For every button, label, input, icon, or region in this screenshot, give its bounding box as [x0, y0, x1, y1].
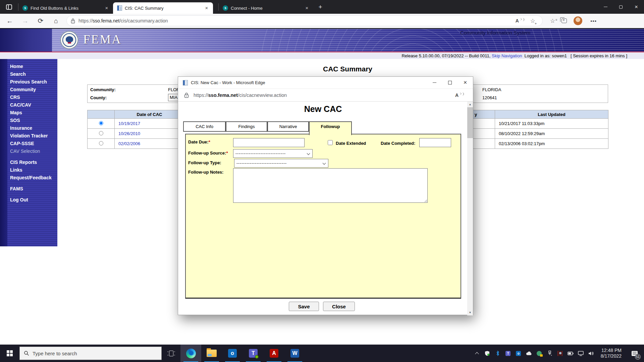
sidebar-item-search[interactable]: Search: [10, 71, 52, 77]
popup-scrollbar[interactable]: ▲ ▼: [467, 102, 473, 315]
read-aloud-icon[interactable]: A: [516, 18, 524, 23]
popup-address-bar[interactable]: https://sso.fema.net/cis/cacnewview.acti…: [178, 89, 473, 102]
address-bar[interactable]: https://sso.fema.net/cis/cacsummary.acti…: [66, 15, 543, 26]
tray-bluetooth-icon[interactable]: [495, 350, 501, 356]
close-button[interactable]: Close: [323, 302, 355, 311]
tray-outlook-icon[interactable]: o: [516, 350, 522, 356]
sidebar-item-violation-tracker[interactable]: Violation Tracker: [10, 133, 52, 138]
window-minimize-button[interactable]: [598, 0, 613, 14]
sidebar-item-request-feedback[interactable]: Request/Feedback: [10, 175, 52, 180]
popup-minimize-button[interactable]: [427, 77, 442, 89]
date-extended-checkbox[interactable]: [328, 140, 333, 145]
sidebar-item-sos[interactable]: SOS: [10, 118, 52, 123]
taskbar-app-teams[interactable]: T: [243, 345, 264, 362]
tray-teams-icon[interactable]: T: [505, 350, 511, 356]
tray-usb-icon[interactable]: [547, 350, 553, 356]
tab-cac-info[interactable]: CAC Info: [183, 121, 226, 132]
cac-select-radio[interactable]: [99, 121, 103, 125]
sidebar-item-previous-search[interactable]: Previous Search: [10, 79, 52, 84]
tab-close-icon[interactable]: ×: [304, 5, 310, 11]
taskbar-app-outlook[interactable]: o: [222, 345, 243, 362]
taskbar: Type here to search o T A W T o: [0, 345, 644, 362]
browser-tab-find-old-buttons[interactable]: s Find Old Buttons & Links ×: [18, 2, 113, 14]
date-due-input[interactable]: [233, 138, 305, 147]
sidebar-item-cis-reports[interactable]: CIS Reports: [10, 160, 52, 165]
scroll-down-button[interactable]: ▼: [467, 310, 473, 315]
taskbar-app-edge[interactable]: [180, 345, 201, 362]
browser-tab-cac-summary[interactable]: CIS: CAC Summary ×: [113, 2, 213, 14]
sidebar-item-home[interactable]: Home: [10, 64, 52, 69]
sidebar-item-cac-cav[interactable]: CAC/CAV: [10, 102, 52, 108]
last-updated-cell: 10/21/2017 11:03:33pm: [495, 119, 608, 129]
url-scheme: https://: [78, 18, 93, 23]
tray-network-icon[interactable]: [578, 350, 584, 356]
tray-app-icon[interactable]: [557, 350, 563, 356]
refresh-button[interactable]: ⟳: [35, 15, 46, 26]
popup-close-button[interactable]: ×: [458, 77, 473, 89]
task-view-button[interactable]: [162, 345, 180, 362]
scroll-up-button[interactable]: ▲: [467, 102, 473, 107]
sidebar-item-cap-ssse[interactable]: CAP-SSSE: [10, 141, 52, 146]
tray-battery-icon[interactable]: [568, 350, 574, 356]
tray-expand-chevron[interactable]: [474, 350, 480, 356]
sidebar-item-crs[interactable]: CRS: [10, 95, 52, 100]
cac-select-radio[interactable]: [99, 141, 103, 145]
back-button[interactable]: ←: [4, 15, 15, 26]
new-tab-button[interactable]: +: [315, 2, 325, 12]
taskbar-app-word[interactable]: W: [284, 345, 305, 362]
tab-label: Find Old Buttons & Links: [31, 6, 101, 11]
tab-narrative[interactable]: Narrative: [267, 121, 309, 132]
sidebar-item-fams[interactable]: FAMS: [10, 186, 52, 191]
forward-button[interactable]: →: [19, 15, 31, 26]
more-menu-button[interactable]: •••: [590, 18, 597, 24]
scrollbar-thumb[interactable]: [467, 107, 473, 138]
tray-volume-icon[interactable]: [588, 350, 594, 356]
globe-lock-icon: [537, 351, 542, 356]
start-button[interactable]: [0, 345, 19, 362]
tray-vpn-icon[interactable]: [536, 350, 542, 356]
skip-navigation-link[interactable]: Skip Navigation: [492, 53, 522, 58]
window-close-button[interactable]: ×: [629, 0, 644, 14]
cac-date-link[interactable]: 10/19/2017: [118, 121, 140, 126]
profile-avatar[interactable]: [574, 16, 582, 25]
minimize-icon: [604, 7, 607, 7]
followup-notes-textarea[interactable]: [233, 168, 428, 203]
taskbar-app-acrobat[interactable]: A: [264, 345, 284, 362]
add-favorite-button[interactable]: ☆+: [530, 17, 535, 24]
cac-select-radio[interactable]: [99, 131, 103, 135]
sidebar-item-maps[interactable]: Maps: [10, 110, 52, 115]
sidebar-item-log-out[interactable]: Log Out: [10, 197, 52, 202]
tab-close-icon[interactable]: ×: [104, 5, 110, 11]
window-maximize-button[interactable]: [613, 0, 629, 14]
address-url[interactable]: https://sso.fema.net/cis/cacsummary.acti…: [78, 18, 513, 23]
cac-date-link[interactable]: 02/02/2006: [118, 141, 140, 146]
collections-button[interactable]: [561, 18, 567, 23]
popup-titlebar[interactable]: CIS: New Cac - Work - Microsoft Edge ×: [178, 77, 473, 89]
sidebar-item-community[interactable]: Community: [10, 87, 52, 92]
read-aloud-icon[interactable]: A: [455, 93, 464, 98]
home-button[interactable]: ⌂: [50, 15, 62, 26]
save-button[interactable]: Save: [289, 302, 319, 311]
favorites-button[interactable]: ☆≡: [550, 17, 555, 24]
taskbar-app-file-explorer[interactable]: [201, 345, 222, 362]
followup-type-select[interactable]: ------------------------------: [234, 159, 328, 168]
date-completed-input[interactable]: [419, 138, 451, 147]
sidebar-item-links[interactable]: Links: [10, 167, 52, 173]
tab-close-icon[interactable]: ×: [204, 5, 210, 11]
sidebar-item-insurance[interactable]: Insurance: [10, 125, 52, 131]
cac-date-link[interactable]: 10/26/2010: [118, 131, 140, 136]
taskbar-clock[interactable]: 12:48 PM 8/17/2022: [599, 348, 624, 359]
followup-source-select[interactable]: ------------------------------: [233, 149, 313, 158]
tray-onedrive-icon[interactable]: [526, 350, 532, 356]
tab-workspaces-button[interactable]: [0, 0, 18, 14]
clock-time: 12:48 PM: [601, 348, 622, 353]
popup-maximize-button[interactable]: [442, 77, 458, 89]
read-aloud-wave-icon: [522, 18, 524, 21]
browser-tab-connect-home[interactable]: s Connect - Home ×: [219, 2, 313, 14]
taskbar-search[interactable]: Type here to search: [19, 347, 162, 360]
tray-defender-icon[interactable]: [484, 350, 490, 356]
tab-followup[interactable]: Followup: [309, 121, 352, 135]
tab-findings[interactable]: Findings: [226, 121, 267, 132]
notification-center-button[interactable]: 51: [628, 345, 641, 362]
read-aloud-wave-icon: [462, 93, 464, 96]
